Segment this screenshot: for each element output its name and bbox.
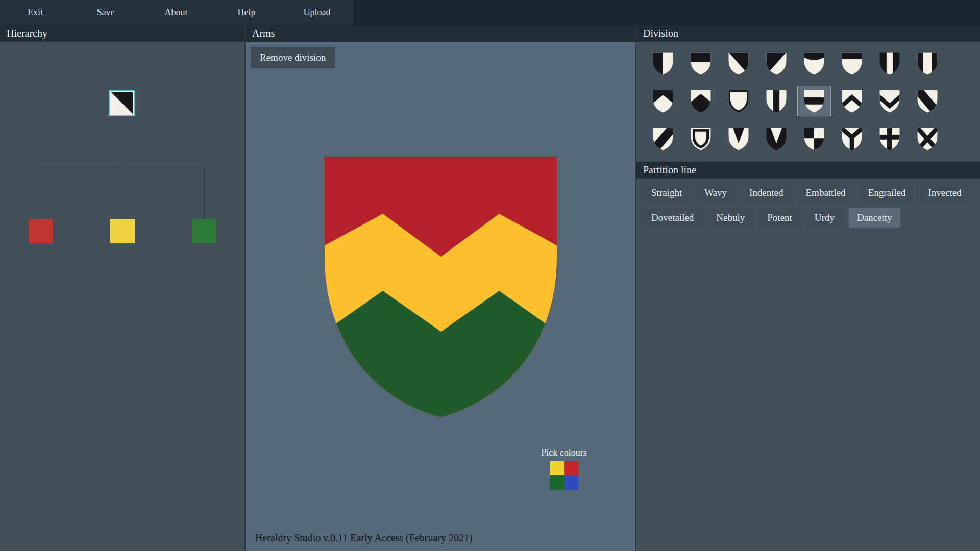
partition-line-row: DovetailedNebulyPotentUrdyDancetty xyxy=(643,208,980,228)
tree-connector-line xyxy=(41,167,205,167)
tree-root-node[interactable] xyxy=(110,91,134,115)
arms-panel-title: Arms xyxy=(252,28,275,39)
partition-line-button-wavy[interactable]: Wavy xyxy=(696,183,735,203)
division-icon-chevron-reversed[interactable] xyxy=(873,86,906,116)
pick-colours: Pick colours xyxy=(534,447,594,490)
partition-line-button-dovetailed[interactable]: Dovetailed xyxy=(643,208,702,228)
palette-swatch-yellow[interactable] xyxy=(550,461,564,475)
tree-connector-line xyxy=(204,167,205,219)
palette-swatch-red[interactable] xyxy=(564,461,578,475)
hierarchy-tree xyxy=(0,42,244,551)
partition-line-button-indented[interactable]: Indented xyxy=(741,183,791,203)
division-icon-per-chevron-reversed[interactable] xyxy=(684,86,717,116)
arms-shield[interactable] xyxy=(325,157,557,417)
partition-line-button-embattled[interactable]: Embattled xyxy=(798,183,854,203)
division-icon-pale-inverted[interactable] xyxy=(873,48,906,78)
division-icon-pale[interactable] xyxy=(760,86,793,116)
division-icon-per-bend-sinister[interactable] xyxy=(760,48,793,78)
colour-palette xyxy=(550,461,578,490)
tree-child-green-node[interactable] xyxy=(192,219,216,243)
division-icon-per-chevron[interactable] xyxy=(647,86,679,116)
menu-item-exit[interactable]: Exit xyxy=(0,0,70,25)
partition-line-title: Partition line xyxy=(643,164,696,176)
division-icon-chief-arched[interactable] xyxy=(798,48,830,78)
division-icon-cross[interactable] xyxy=(873,124,906,154)
menu-item-about[interactable]: About xyxy=(141,0,211,25)
partition-line-row: StraightWavyIndentedEmbattledEngrailedIn… xyxy=(643,183,980,203)
division-icon-quarterly[interactable] xyxy=(798,124,830,154)
main-area: Hierarchy Arms Remove division Pick colo… xyxy=(0,25,980,551)
partition-line-button-straight[interactable]: Straight xyxy=(643,183,690,203)
division-icon-flanks[interactable] xyxy=(911,48,944,78)
arms-panel-header: Arms xyxy=(246,25,635,42)
division-panel-title: Division xyxy=(643,28,678,39)
version-text: Heraldry Studio v.0.11 Early Access (Feb… xyxy=(255,532,473,544)
division-icon-per-bend[interactable] xyxy=(722,48,755,78)
division-icon-bend-sinister[interactable] xyxy=(647,124,679,154)
arms-panel: Arms Remove division Pick colours Herald… xyxy=(246,25,636,551)
division-icon-orle[interactable] xyxy=(684,124,717,154)
tree-child-yellow-node[interactable] xyxy=(110,219,135,243)
partition-line-button-nebuly[interactable]: Nebuly xyxy=(708,208,753,228)
remove-division-button[interactable]: Remove division xyxy=(251,47,335,68)
division-icon-grid xyxy=(636,42,980,162)
hierarchy-panel-header: Hierarchy xyxy=(0,25,244,42)
division-icon-bordure[interactable] xyxy=(722,86,755,116)
palette-swatch-blue[interactable] xyxy=(564,475,578,490)
division-icon-pile[interactable] xyxy=(722,124,755,154)
menu-item-save[interactable]: Save xyxy=(70,0,141,25)
division-panel-body: Partition line StraightWavyIndentedEmbat… xyxy=(636,42,980,551)
tree-connector-line xyxy=(41,167,41,219)
partition-line-options: StraightWavyIndentedEmbattledEngrailedIn… xyxy=(636,179,980,228)
menu-item-upload[interactable]: Upload xyxy=(282,0,352,25)
hierarchy-panel: Hierarchy xyxy=(0,25,246,551)
tree-connector-line xyxy=(122,167,122,219)
division-icon-pile-reversed[interactable] xyxy=(760,124,793,154)
hierarchy-panel-title: Hierarchy xyxy=(7,28,47,39)
division-icon-bend[interactable] xyxy=(911,86,944,116)
partition-line-button-dancetty[interactable]: Dancetty xyxy=(849,208,900,228)
menu-items-container: ExitSaveAboutHelpUpload xyxy=(0,0,353,25)
division-icon-per-pale[interactable] xyxy=(647,48,679,78)
menu-item-help[interactable]: Help xyxy=(211,0,282,25)
tree-connector-line xyxy=(122,116,122,167)
partition-line-header: Partition line xyxy=(636,162,980,179)
division-icon-chevron[interactable] xyxy=(836,86,868,116)
top-menu-bar: ExitSaveAboutHelpUpload xyxy=(0,0,980,25)
partition-line-button-invected[interactable]: Invected xyxy=(920,183,969,203)
division-icon-per-fess[interactable] xyxy=(684,48,717,78)
partition-line-button-engrailed[interactable]: Engrailed xyxy=(860,183,914,203)
division-icon-pall[interactable] xyxy=(836,124,868,154)
arms-canvas: Remove division Pick colours Heraldry St… xyxy=(246,42,635,551)
partition-line-button-potent[interactable]: Potent xyxy=(759,208,800,228)
palette-swatch-green[interactable] xyxy=(550,475,564,490)
division-panel-header: Division xyxy=(636,25,980,42)
partition-line-button-urdy[interactable]: Urdy xyxy=(806,208,843,228)
tree-child-red-node[interactable] xyxy=(29,219,53,243)
pick-colours-label: Pick colours xyxy=(534,447,594,458)
division-icon-saltire[interactable] xyxy=(911,124,944,154)
division-icon-fess[interactable] xyxy=(798,86,830,116)
division-icon-chief[interactable] xyxy=(836,48,868,78)
division-panel: Division xyxy=(636,25,980,551)
